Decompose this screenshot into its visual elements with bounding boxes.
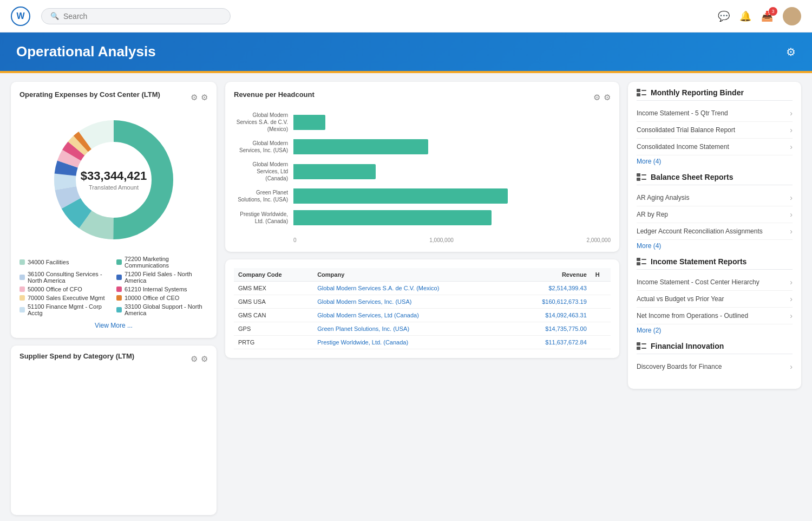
h-cell bbox=[591, 336, 611, 349]
report-item[interactable]: Consolidated Income Statement › bbox=[637, 139, 793, 155]
search-input[interactable] bbox=[63, 12, 221, 21]
company-code-cell: GPS bbox=[234, 322, 313, 336]
legend-dot bbox=[116, 275, 122, 280]
chevron-right-icon: › bbox=[790, 278, 793, 286]
bar-fill bbox=[293, 115, 325, 130]
legend-item: 10000 Office of CEO bbox=[116, 295, 208, 301]
report-item-label: Ledger Account Reconciliation Assignment… bbox=[637, 227, 790, 235]
legend-dot bbox=[19, 275, 25, 280]
view-more-link[interactable]: View More ... bbox=[19, 322, 208, 329]
col-h: H bbox=[591, 268, 611, 282]
bar-fill bbox=[293, 164, 376, 179]
chevron-right-icon: › bbox=[790, 193, 793, 202]
legend-item: 33100 Global Support - North America bbox=[116, 303, 208, 316]
workday-logo[interactable]: W bbox=[11, 6, 30, 26]
inbox-icon[interactable]: 📥 3 bbox=[761, 10, 773, 22]
section-icon bbox=[637, 342, 646, 350]
section-icon bbox=[637, 173, 646, 181]
svg-rect-22 bbox=[641, 259, 646, 260]
report-item[interactable]: Discovery Boards for Finance › bbox=[637, 359, 793, 375]
legend-dot bbox=[116, 286, 122, 292]
legend-dot bbox=[19, 259, 25, 265]
svg-rect-12 bbox=[637, 89, 640, 92]
x-axis-label: 1,000,000 bbox=[429, 237, 454, 243]
chevron-right-icon: › bbox=[790, 126, 793, 134]
legend-dot bbox=[19, 286, 25, 292]
report-item[interactable]: Ledger Account Reconciliation Assignment… bbox=[637, 223, 793, 240]
report-item-label: Discovery Boards for Finance bbox=[637, 363, 790, 370]
svg-rect-26 bbox=[641, 343, 646, 344]
x-axis-label: 0 bbox=[293, 237, 297, 243]
x-axis: 01,000,0002,000,000 bbox=[234, 237, 611, 243]
company-code-cell: GMS MEX bbox=[234, 282, 313, 295]
revenue-table-card: Company Code Company Revenue H GMS MEX G… bbox=[225, 259, 619, 358]
user-avatar[interactable] bbox=[783, 7, 801, 25]
settings-icon[interactable]: ⚙ bbox=[786, 45, 796, 58]
reports-card: Monthly Reporting Binder Income Statemen… bbox=[628, 82, 801, 389]
svg-rect-18 bbox=[641, 174, 646, 175]
more-link[interactable]: More (4) bbox=[637, 158, 793, 165]
col-revenue: Revenue bbox=[510, 268, 591, 282]
opex-card-title: Operating Expenses by Cost Center (LTM) bbox=[19, 90, 160, 99]
rph-settings-icon[interactable]: ⚙ bbox=[604, 93, 611, 102]
section-header: Income Statement Reports bbox=[637, 257, 793, 270]
bar-fill bbox=[293, 188, 508, 204]
company-code-cell: PRTG bbox=[234, 336, 313, 349]
supplier-filter-icon[interactable]: ⚙ bbox=[191, 354, 198, 364]
report-item[interactable]: Net Income from Operations - Outlined › bbox=[637, 308, 793, 324]
bar-chart-area: Global Modern Services S.A. de C.V. (Mex… bbox=[234, 108, 611, 235]
revenue-cell: $14,735,775.00 bbox=[510, 322, 591, 336]
revenue-cell: $2,514,399.43 bbox=[510, 282, 591, 295]
supplier-card-title: Supplier Spend by Category (LTM) bbox=[19, 352, 134, 360]
rph-card-title: Revenue per Headcount bbox=[234, 90, 315, 99]
settings-widget-icon[interactable]: ⚙ bbox=[201, 93, 208, 102]
rph-filter-icon[interactable]: ⚙ bbox=[593, 93, 600, 102]
h-cell bbox=[591, 309, 611, 322]
table-row: GMS CAN Global Modern Services, Ltd (Can… bbox=[234, 309, 611, 322]
report-item[interactable]: AR by Rep › bbox=[637, 206, 793, 223]
section-icon bbox=[637, 258, 646, 265]
svg-rect-16 bbox=[637, 173, 640, 177]
legend-label: 34000 Facilities bbox=[28, 259, 69, 265]
bar-row: Global Modern Services, Inc. (USA) bbox=[234, 139, 611, 154]
svg-rect-15 bbox=[641, 94, 646, 95]
revenue-headcount-card: Revenue per Headcount ⚙ ⚙ Global Modern … bbox=[225, 82, 619, 252]
report-item[interactable]: Income Statement - 5 Qtr Trend › bbox=[637, 105, 793, 122]
left-panel: Operating Expenses by Cost Center (LTM) … bbox=[11, 82, 217, 515]
company-cell[interactable]: Prestige Worldwide, Ltd. (Canada) bbox=[313, 336, 510, 349]
bar-track bbox=[293, 164, 611, 179]
bar-track bbox=[293, 115, 611, 130]
company-cell[interactable]: Global Modern Services, Inc. (USA) bbox=[313, 295, 510, 309]
company-cell[interactable]: Global Modern Services, Ltd (Canada) bbox=[313, 309, 510, 322]
col-company-code: Company Code bbox=[234, 268, 313, 282]
report-item-label: Actual vs Budget vs Prior Year bbox=[637, 295, 790, 303]
company-cell[interactable]: Green Planet Solutions, Inc. (USA) bbox=[313, 322, 510, 336]
filter-icon[interactable]: ⚙ bbox=[191, 93, 198, 102]
bell-icon[interactable]: 🔔 bbox=[739, 10, 751, 22]
svg-rect-23 bbox=[641, 263, 646, 264]
report-item[interactable]: Actual vs Budget vs Prior Year › bbox=[637, 291, 793, 308]
bar-track bbox=[293, 188, 611, 204]
report-item[interactable]: AR Aging Analysis › bbox=[637, 190, 793, 206]
supplier-card-header: Supplier Spend by Category (LTM) ⚙ ⚙ bbox=[19, 352, 208, 366]
chevron-right-icon: › bbox=[790, 109, 793, 118]
chat-icon[interactable]: 💬 bbox=[718, 10, 730, 22]
revenue-cell: $14,092,463.31 bbox=[510, 309, 591, 322]
legend-label: 61210 Internal Systems bbox=[125, 286, 187, 292]
supplier-settings-icon[interactable]: ⚙ bbox=[201, 354, 208, 364]
opex-card-header: Operating Expenses by Cost Center (LTM) … bbox=[19, 90, 208, 104]
report-item-label: Income Statement - 5 Qtr Trend bbox=[637, 109, 790, 117]
more-link[interactable]: More (4) bbox=[637, 242, 793, 250]
section-header: Financial Innovation bbox=[637, 342, 793, 354]
report-item[interactable]: Income Statement - Cost Center Hierarchy… bbox=[637, 274, 793, 291]
legend-dot bbox=[116, 307, 122, 312]
search-bar[interactable]: 🔍 bbox=[41, 8, 231, 24]
company-cell[interactable]: Global Modern Services S.A. de C.V. (Mex… bbox=[313, 282, 510, 295]
report-item[interactable]: Consolidated Trial Balance Report › bbox=[637, 122, 793, 139]
rph-card-header: Revenue per Headcount ⚙ ⚙ bbox=[234, 90, 611, 104]
top-nav: W 🔍 💬 🔔 📥 3 bbox=[0, 0, 812, 32]
legend-item: 34000 Facilities bbox=[19, 256, 111, 269]
bar-track bbox=[293, 210, 611, 225]
supplier-header-icons: ⚙ ⚙ bbox=[191, 354, 208, 364]
more-link[interactable]: More (2) bbox=[637, 327, 793, 334]
